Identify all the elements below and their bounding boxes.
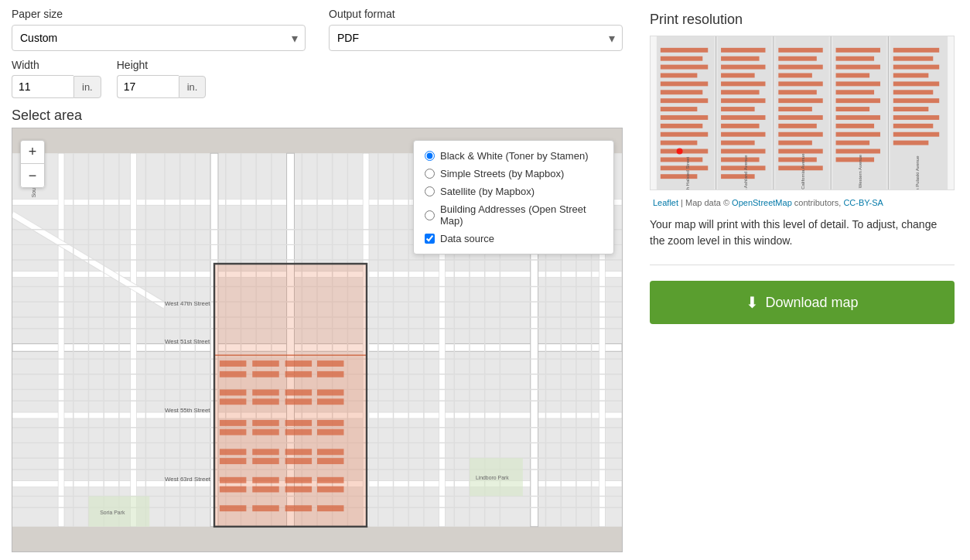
- svg-rect-104: [317, 505, 343, 511]
- height-unit: in.: [179, 76, 207, 98]
- svg-rect-7: [131, 153, 137, 527]
- svg-rect-173: [836, 56, 875, 61]
- svg-rect-94: [252, 477, 278, 483]
- svg-rect-183: [836, 141, 870, 145]
- svg-rect-73: [220, 398, 246, 405]
- svg-rect-166: [778, 124, 817, 128]
- download-map-button[interactable]: ⬇ Download map: [650, 281, 955, 324]
- svg-rect-160: [778, 73, 812, 78]
- svg-rect-131: [661, 98, 708, 103]
- svg-rect-159: [778, 65, 822, 70]
- svg-rect-68: [317, 371, 343, 377]
- svg-rect-197: [893, 141, 929, 145]
- svg-rect-168: [778, 141, 812, 145]
- svg-rect-193: [893, 107, 929, 111]
- height-input-row: in.: [117, 75, 207, 98]
- svg-rect-144: [721, 73, 755, 78]
- svg-rect-156: [721, 174, 755, 179]
- option-streets-radio[interactable]: [425, 169, 435, 179]
- svg-rect-136: [661, 141, 698, 145]
- svg-rect-134: [661, 124, 702, 128]
- leaflet-link[interactable]: Leaflet: [653, 198, 678, 207]
- height-input[interactable]: [117, 75, 179, 98]
- option-addresses-radio[interactable]: [425, 210, 435, 220]
- preview-map-thumbnail: South Halsted Street South Ashland Avenu…: [650, 36, 955, 190]
- svg-rect-169: [778, 149, 822, 154]
- svg-rect-96: [317, 477, 343, 483]
- paper-size-select-wrapper: Custom Letter A4 A3 Tabloid: [12, 25, 306, 51]
- zoom-out-button[interactable]: −: [21, 164, 44, 187]
- paper-size-select[interactable]: Custom Letter A4 A3 Tabloid: [12, 25, 306, 51]
- right-panel: Print resolution: [634, 0, 970, 560]
- svg-text:West 63rd Street: West 63rd Street: [165, 476, 211, 483]
- svg-rect-186: [893, 48, 939, 53]
- svg-rect-84: [317, 429, 343, 435]
- svg-rect-127: [661, 65, 708, 70]
- svg-rect-63: [285, 360, 312, 367]
- attribution-bar: Leaflet | Map data © OpenStreetMap contr…: [650, 196, 955, 209]
- svg-text:Soria Park: Soria Park: [100, 510, 125, 515]
- svg-rect-179: [836, 107, 870, 111]
- svg-text:South Pulaski Avenue: South Pulaski Avenue: [915, 155, 920, 190]
- svg-rect-85: [220, 449, 246, 455]
- svg-rect-60: [214, 264, 367, 355]
- svg-rect-175: [836, 73, 870, 78]
- svg-rect-91: [285, 458, 312, 464]
- map-options-panel: Black & White (Toner by Stamen) Simple S…: [413, 140, 614, 254]
- svg-rect-196: [893, 132, 939, 137]
- svg-rect-147: [721, 98, 765, 103]
- svg-rect-187: [893, 56, 933, 61]
- svg-rect-126: [661, 56, 702, 61]
- svg-text:West 51st Street: West 51st Street: [165, 338, 210, 345]
- svg-rect-61: [220, 360, 246, 367]
- svg-rect-163: [778, 98, 822, 103]
- svg-rect-172: [836, 48, 880, 53]
- height-label: Height: [117, 59, 207, 71]
- option-satellite-label: Satellite (by Mapbox): [440, 186, 535, 197]
- svg-rect-185: [836, 157, 875, 162]
- svg-rect-140: [661, 174, 698, 179]
- option-streets-label: Simple Streets (by Mapbox): [440, 168, 564, 179]
- map-container[interactable]: South Archer Avenue West 47th Street Wes…: [12, 128, 623, 552]
- output-format-select[interactable]: PDF PNG SVG: [329, 25, 623, 51]
- width-unit: in.: [73, 76, 101, 98]
- svg-rect-195: [893, 124, 933, 128]
- svg-rect-139: [661, 166, 708, 170]
- svg-rect-184: [836, 149, 880, 154]
- svg-rect-178: [836, 98, 880, 103]
- svg-rect-148: [721, 107, 755, 111]
- contributors-text: contributors,: [794, 198, 844, 207]
- option-datasource-row: Data source: [425, 233, 603, 244]
- main-container: Paper size Custom Letter A4 A3 Tabloid O…: [0, 0, 970, 560]
- height-group: Height in.: [117, 59, 207, 98]
- svg-rect-189: [893, 73, 929, 78]
- width-label: Width: [12, 59, 101, 71]
- svg-point-203: [677, 149, 683, 155]
- svg-rect-80: [317, 420, 343, 426]
- option-datasource-checkbox[interactable]: [425, 234, 435, 244]
- svg-rect-192: [893, 98, 939, 103]
- option-satellite-radio[interactable]: [425, 186, 435, 196]
- svg-rect-66: [252, 371, 278, 377]
- output-format-label: Output format: [329, 8, 623, 20]
- zoom-in-button[interactable]: +: [21, 141, 44, 164]
- svg-rect-191: [893, 90, 933, 94]
- option-bw-radio[interactable]: [425, 151, 435, 161]
- svg-rect-92: [317, 458, 343, 464]
- svg-text:South Halsted Street: South Halsted Street: [685, 156, 690, 190]
- osm-link[interactable]: OpenStreetMap: [732, 198, 792, 207]
- width-input[interactable]: [12, 75, 73, 98]
- svg-rect-119: [773, 36, 774, 190]
- svg-text:South Ashland Avenue: South Ashland Avenue: [743, 155, 748, 190]
- svg-rect-103: [285, 505, 312, 511]
- svg-rect-135: [661, 132, 708, 137]
- svg-rect-75: [285, 398, 312, 405]
- svg-rect-141: [721, 48, 765, 53]
- svg-rect-67: [285, 371, 312, 377]
- svg-rect-6: [58, 153, 64, 527]
- print-resolution-title: Print resolution: [650, 12, 955, 28]
- svg-rect-97: [220, 487, 246, 493]
- svg-rect-157: [778, 48, 822, 53]
- divider: [650, 265, 955, 265]
- license-link[interactable]: CC-BY-SA: [843, 198, 883, 207]
